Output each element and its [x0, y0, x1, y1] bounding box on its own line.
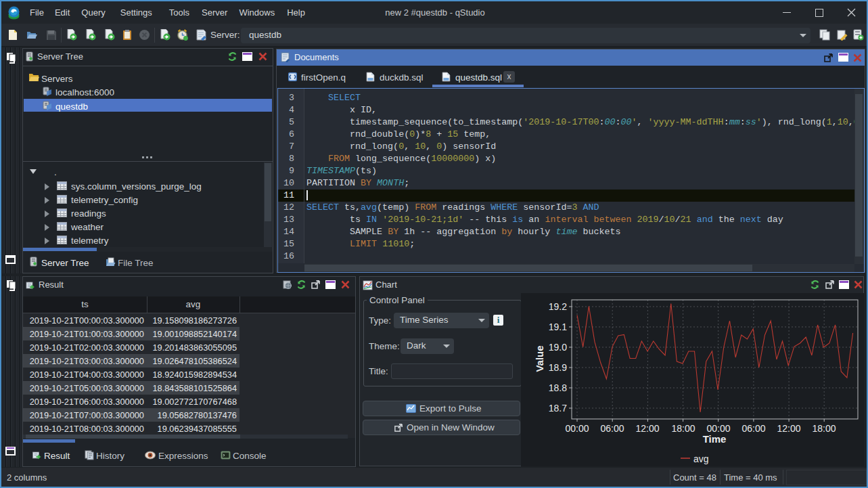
svg-text:06:00: 06:00: [741, 423, 765, 434]
svg-text:00:00: 00:00: [565, 423, 589, 434]
svg-text:19.0: 19.0: [549, 342, 567, 353]
svg-text:Time: Time: [703, 433, 727, 445]
svg-text:18:00: 18:00: [671, 423, 695, 434]
svg-text:18.8: 18.8: [549, 382, 567, 393]
svg-text:avg: avg: [693, 453, 709, 464]
svg-text:12:00: 12:00: [635, 423, 659, 434]
svg-text:Value: Value: [534, 345, 545, 372]
svg-text:18.9: 18.9: [549, 362, 567, 373]
svg-text:00:00: 00:00: [706, 423, 730, 434]
svg-text:06:00: 06:00: [600, 423, 624, 434]
svg-text:19.1: 19.1: [549, 321, 567, 332]
svg-text:18.7: 18.7: [549, 403, 567, 414]
svg-text:12:00: 12:00: [777, 423, 800, 434]
svg-text:19.2: 19.2: [549, 301, 567, 312]
svg-text:18:00: 18:00: [812, 423, 836, 434]
